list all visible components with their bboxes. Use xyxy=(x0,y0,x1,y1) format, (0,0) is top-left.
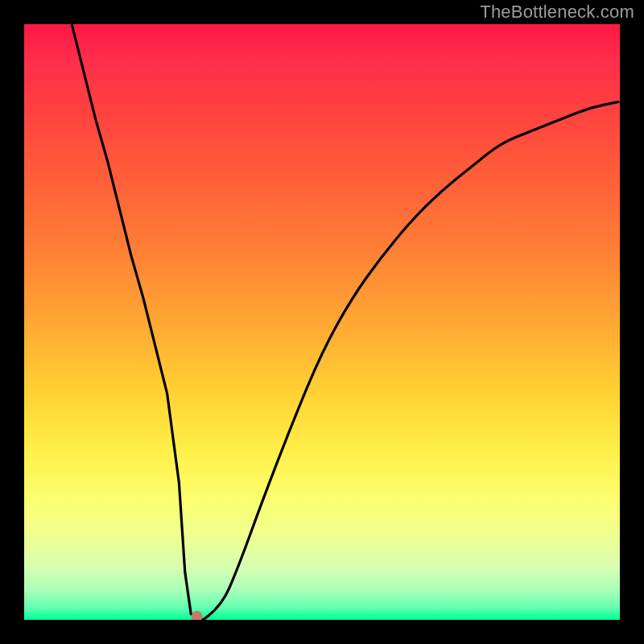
bottleneck-left-branch xyxy=(72,24,203,620)
minimum-point-dot xyxy=(192,611,203,620)
bottleneck-right-branch xyxy=(203,101,620,620)
chart-plot-area xyxy=(24,24,620,620)
attribution-text: TheBottleneck.com xyxy=(480,2,634,23)
chart-svg xyxy=(24,24,620,620)
